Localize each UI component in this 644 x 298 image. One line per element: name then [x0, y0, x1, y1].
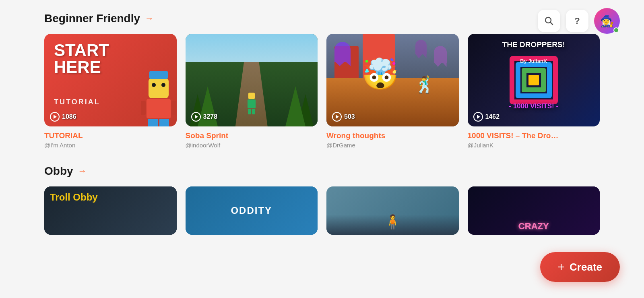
card-thumbnail-tutorial: STARTHERE TUTORIAL: [44, 34, 177, 126]
ghost-3: [415, 40, 427, 54]
online-indicator: [613, 27, 619, 33]
search-button[interactable]: [538, 10, 560, 32]
tutorial-title: TUTORIAL: [44, 131, 177, 140]
play-icon-soba: [191, 112, 201, 122]
avatar[interactable]: 🧙‍♀️: [594, 8, 620, 34]
tutorial-plays: 1086: [62, 113, 76, 120]
blue-char: 🧍: [384, 214, 402, 231]
create-plus-icon: +: [558, 260, 565, 274]
wrong-author: @DrGame: [326, 142, 459, 149]
create-label: Create: [570, 261, 602, 273]
soba-plays: 3278: [203, 113, 218, 120]
card-thumbnail-droppers: THE DROPPERS! By JulianK - 1000 VISITS! …: [468, 34, 600, 126]
obby-section: Obby → Troll Obby ODDITY: [44, 165, 600, 235]
droppers-title: 1000 VISITS! – The Dro…: [468, 131, 600, 140]
soba-play-count: 3278: [191, 112, 218, 122]
card-troll-obby[interactable]: Troll Obby: [44, 186, 177, 235]
card-crazy[interactable]: CRAZY: [468, 186, 600, 235]
help-button[interactable]: ?: [566, 10, 588, 32]
play-icon-droppers: [473, 112, 483, 122]
card-wrong-thoughts[interactable]: 🤯 🕺 503 Wrong thoughts @DrGame: [326, 34, 459, 149]
tutorial-character: [142, 78, 175, 126]
card-blue-game[interactable]: 🧍: [326, 186, 459, 235]
obby-section-header: Obby →: [44, 165, 600, 178]
beginner-title: Beginner Friendly: [44, 12, 140, 25]
crazy-thumb: CRAZY: [468, 186, 600, 235]
droppers-text: THE DROPPERS!: [502, 40, 565, 49]
play-icon-tutorial: [50, 112, 60, 122]
tutorial-author: @I'm Anton: [44, 142, 177, 149]
beginner-section-header: Beginner Friendly →: [44, 12, 600, 25]
wrong-play-count: 503: [332, 112, 355, 122]
main-content: Beginner Friendly → STARTHERE TUTORIAL: [0, 0, 644, 247]
search-icon: [545, 17, 553, 25]
top-bar: ? 🧙‍♀️: [538, 8, 620, 34]
play-icon-wrong: [332, 112, 342, 122]
wrong-title: Wrong thoughts: [326, 131, 459, 140]
avatar-emoji: 🧙‍♀️: [600, 14, 614, 28]
card-soba-sprint[interactable]: Run! 3278 Soba Sprint @indoorWolf: [186, 34, 318, 149]
obby-arrow[interactable]: →: [78, 166, 87, 176]
create-button[interactable]: + Create: [540, 252, 620, 282]
soba-character: [248, 93, 256, 114]
troll-obby-text: Troll Obby: [50, 192, 98, 203]
oddity-text: ODDITY: [231, 205, 272, 216]
obby-title: Obby: [44, 165, 73, 178]
droppers-author: @JulianK: [468, 142, 600, 149]
ghost-2: [434, 46, 447, 63]
crazy-text: CRAZY: [518, 221, 549, 232]
ghost-1: [334, 42, 351, 62]
card-tutorial[interactable]: STARTHERE TUTORIAL: [44, 34, 177, 149]
wrong-plays: 503: [344, 113, 355, 120]
wrong-thoughts-emoji: 🤯: [361, 57, 399, 92]
soba-author: @indoorWolf: [186, 142, 318, 149]
tutorial-play-count: 1086: [50, 112, 76, 122]
soba-title: Soba Sprint: [186, 131, 318, 140]
tutorial-sub-text: TUTORIAL: [54, 98, 100, 106]
visits-text: - 1000 VISITS! -: [509, 102, 558, 110]
card-thumbnail-wrong: 🤯 🕺 503: [326, 34, 459, 126]
beginner-arrow[interactable]: →: [145, 13, 154, 24]
running-char: 🕺: [415, 75, 435, 94]
svg-line-1: [551, 23, 553, 25]
oddity-thumb: ODDITY: [186, 186, 318, 235]
by-juliank: By JulianK: [520, 58, 547, 64]
troll-obby-thumb: Troll Obby: [44, 186, 177, 235]
blue-game-thumb: 🧍: [326, 186, 459, 235]
card-thumbnail-soba: Run! 3278: [186, 34, 318, 126]
card-oddity[interactable]: ODDITY: [186, 186, 318, 235]
droppers-plays: 1462: [485, 113, 500, 120]
help-icon: ?: [574, 16, 580, 26]
beginner-cards-grid: STARTHERE TUTORIAL: [44, 34, 600, 149]
card-droppers[interactable]: THE DROPPERS! By JulianK - 1000 VISITS! …: [468, 34, 600, 149]
droppers-play-count: 1462: [473, 112, 500, 122]
tutorial-overlay-text: STARTHERE: [54, 42, 109, 76]
obby-cards-grid: Troll Obby ODDITY 🧍: [44, 186, 600, 235]
